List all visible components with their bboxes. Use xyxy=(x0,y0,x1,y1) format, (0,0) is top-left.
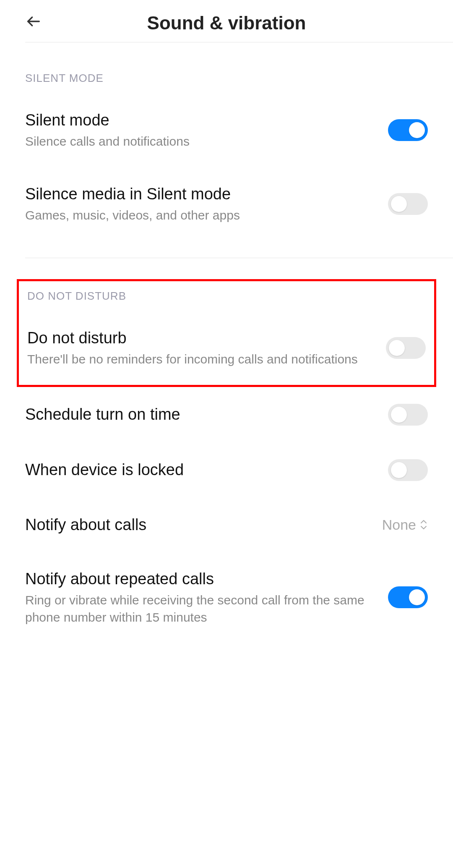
back-button[interactable] xyxy=(25,13,42,34)
toggle-silence-media[interactable] xyxy=(388,193,428,215)
row-when-locked[interactable]: When device is locked xyxy=(0,442,453,498)
row-title: When device is locked xyxy=(25,460,375,480)
row-text: Silent mode Silence calls and notificati… xyxy=(25,110,388,150)
highlight-annotation: DO NOT DISTURB Do not disturb There'll b… xyxy=(17,279,436,387)
section-header-silent: SILENT MODE xyxy=(0,42,453,93)
page-title: Sound & vibration xyxy=(25,13,428,34)
row-title: Schedule turn on time xyxy=(25,404,375,425)
notify-calls-value: None xyxy=(382,517,416,533)
toggle-knob xyxy=(409,589,425,605)
row-subtitle: Silence calls and notifications xyxy=(25,133,375,150)
row-title: Notify about calls xyxy=(25,515,370,535)
row-silent-mode[interactable]: Silent mode Silence calls and notificati… xyxy=(0,93,453,167)
spacer xyxy=(0,258,453,279)
toggle-do-not-disturb[interactable] xyxy=(386,337,426,359)
row-repeated-calls[interactable]: Notify about repeated calls Ring or vibr… xyxy=(0,552,453,643)
row-text: Notify about calls xyxy=(25,515,382,535)
toggle-silent-mode[interactable] xyxy=(388,119,428,141)
row-title: Do not disturb xyxy=(27,328,373,348)
row-title: Silence media in Silent mode xyxy=(25,184,375,204)
row-subtitle: There'll be no reminders for incoming ca… xyxy=(27,351,373,368)
row-text: When device is locked xyxy=(25,460,388,480)
row-text: Do not disturb There'll be no reminders … xyxy=(27,328,386,368)
chevron-updown-icon xyxy=(419,519,428,531)
row-value: None xyxy=(382,517,428,533)
row-subtitle: Ring or vibrate while receiving the seco… xyxy=(25,592,375,626)
toggle-knob xyxy=(391,196,407,212)
spacer xyxy=(0,241,453,258)
row-text: Silence media in Silent mode Games, musi… xyxy=(25,184,388,224)
toggle-when-locked[interactable] xyxy=(388,459,428,481)
toggle-knob xyxy=(391,462,407,478)
section-header-dnd: DO NOT DISTURB xyxy=(19,281,434,311)
app-header: Sound & vibration xyxy=(0,0,453,42)
toggle-knob xyxy=(409,122,425,138)
row-subtitle: Games, music, videos, and other apps xyxy=(25,207,375,224)
row-schedule[interactable]: Schedule turn on time xyxy=(0,387,453,442)
toggle-knob xyxy=(391,407,407,423)
row-notify-calls[interactable]: Notify about calls None xyxy=(0,498,453,552)
row-text: Schedule turn on time xyxy=(25,404,388,425)
row-silence-media[interactable]: Silence media in Silent mode Games, musi… xyxy=(0,167,453,241)
row-do-not-disturb[interactable]: Do not disturb There'll be no reminders … xyxy=(19,311,434,385)
row-title: Silent mode xyxy=(25,110,375,131)
toggle-schedule[interactable] xyxy=(388,404,428,426)
row-text: Notify about repeated calls Ring or vibr… xyxy=(25,569,388,626)
toggle-knob xyxy=(389,340,405,356)
row-title: Notify about repeated calls xyxy=(25,569,375,589)
toggle-repeated-calls[interactable] xyxy=(388,586,428,608)
